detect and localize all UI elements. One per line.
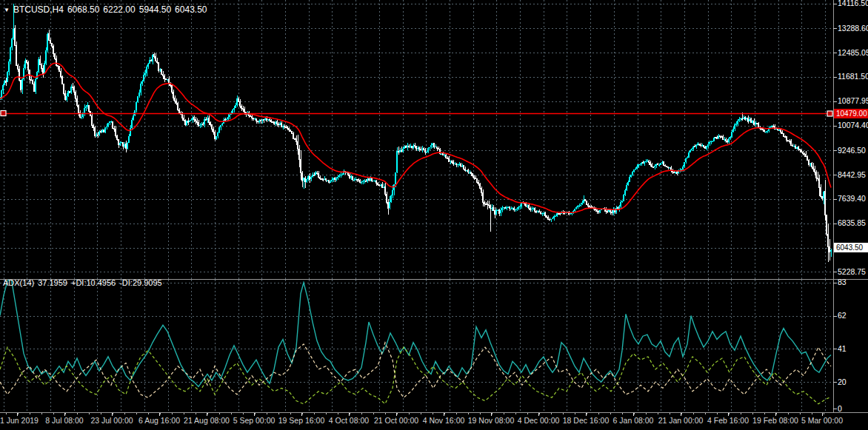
- ohlc-marker-icon[interactable]: ▼: [4, 7, 10, 13]
- date-axis-label: 6 Jan 08:00: [613, 416, 654, 425]
- price-axis-label: 7639.40: [838, 194, 866, 203]
- price-axis: 14116.5013288.6012485.0511681.5010877.95…: [833, 0, 868, 276]
- date-axis-label: 5 Sep 00:00: [233, 416, 276, 425]
- date-axis-label: 8 Jul 08:00: [45, 416, 84, 425]
- price-axis-label: 12485.05: [838, 48, 868, 57]
- date-axis-label: 4 Feb 16:00: [707, 416, 749, 425]
- adx-series-adx: [0, 278, 831, 386]
- adx-panel: [0, 278, 831, 403]
- adx-series-minusdi: [0, 343, 831, 398]
- date-axis: 21 Jun 20198 Jul 08:0023 Jul 00:006 Aug …: [0, 413, 843, 425]
- date-axis-label: 19 Feb 08:00: [752, 416, 798, 425]
- price-axis-label: 8442.95: [838, 170, 866, 179]
- ohlc-low-value: 5944.50: [139, 4, 171, 15]
- price-axis-label: 10074.40: [838, 121, 868, 130]
- price-chart-canvas[interactable]: 14116.5013288.6012485.0511681.5010877.95…: [0, 0, 868, 430]
- date-axis-label: 21 Oct 00:00: [374, 416, 418, 425]
- moving-average-line: [0, 63, 831, 212]
- price-axis-label: 9246.50: [838, 146, 866, 155]
- hline-left-handle[interactable]: [1, 111, 6, 116]
- horizontal-price-line[interactable]: [0, 111, 868, 117]
- date-axis-label: 19 Sep 16:00: [278, 416, 325, 425]
- adx-name-label: ADX(14): [3, 278, 34, 287]
- date-axis-label: 19 Nov 08:00: [468, 416, 515, 425]
- axis-frame: [0, 0, 868, 413]
- date-axis-label: 4 Oct 08:00: [329, 416, 369, 425]
- price-axis-label: 11681.50: [838, 72, 868, 81]
- hline-right-handle[interactable]: [827, 111, 832, 116]
- adx-minus-di-value: -DI:29.9095: [119, 278, 161, 287]
- adx-axis-label: 83: [838, 278, 847, 286]
- chart-title: ▼BTCUSD,H46068.506222.005944.506043.50: [4, 4, 211, 15]
- date-axis-label: 6 Aug 16:00: [138, 416, 180, 425]
- price-axis-label: 6835.85: [838, 218, 866, 227]
- adx-indicator-label: ADX(14)37.1959+DI:10.4956-DI:29.9095: [3, 278, 166, 287]
- adx-value: 37.1959: [38, 278, 67, 287]
- date-axis-label: 5 Mar 00:00: [801, 416, 843, 425]
- date-axis-label: 21 Aug 08:00: [184, 416, 230, 425]
- current-price-tag: 6043.50: [834, 243, 868, 252]
- adx-series-plusdi: [0, 347, 831, 404]
- date-axis-label: 4 Nov 16:00: [423, 416, 465, 425]
- candlestick-layer: [0, 4, 832, 262]
- adx-axis: 836241200: [833, 278, 847, 412]
- grid-layer: [0, 0, 833, 411]
- adx-axis-label: 20: [838, 377, 847, 386]
- adx-plus-di-value: +DI:10.4956: [71, 278, 116, 287]
- adx-axis-label: 0: [838, 404, 842, 413]
- adx-axis-label: 41: [838, 344, 847, 353]
- ohlc-open-value: 6068.50: [67, 4, 99, 15]
- price-axis-label: 5228.75: [838, 267, 866, 276]
- chart-window: 14116.5013288.6012485.0511681.5010877.95…: [0, 0, 868, 430]
- date-axis-label: 23 Jul 00:00: [90, 416, 133, 425]
- ohlc-close-value: 6043.50: [175, 4, 207, 15]
- date-axis-label: 21 Jan 00:00: [658, 416, 704, 425]
- adx-axis-label: 62: [838, 311, 847, 320]
- price-axis-label: 14116.50: [838, 0, 868, 7]
- date-axis-label: 4 Dec 00:00: [518, 416, 560, 425]
- hline-price-tag: 10479.00: [834, 109, 868, 118]
- ohlc-high-value: 6222.00: [103, 4, 135, 15]
- date-axis-label: 21 Jun 2019: [0, 416, 39, 425]
- price-axis-label: 13288.60: [838, 24, 868, 33]
- price-axis-label: 10877.95: [838, 96, 868, 105]
- symbol-period-label: BTCUSD,H4: [13, 4, 64, 15]
- date-axis-label: 18 Dec 16:00: [563, 416, 610, 425]
